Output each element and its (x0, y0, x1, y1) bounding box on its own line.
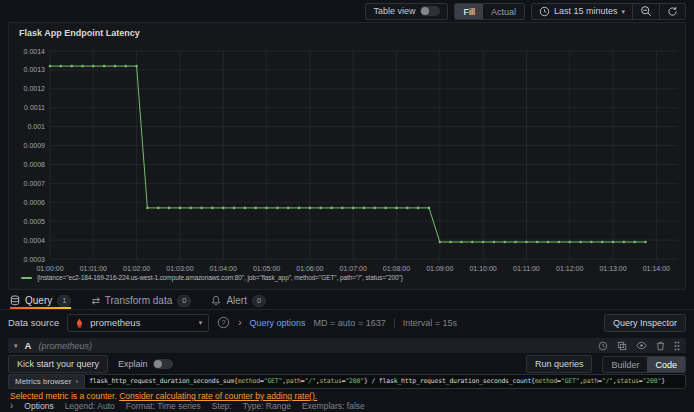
datasource-select[interactable]: prometheus ▾ (67, 314, 209, 332)
panel-title: Flask App Endpoint Latency (19, 28, 140, 38)
actual-button[interactable]: Actual (483, 4, 524, 19)
duplicate-query-icon[interactable] (617, 341, 627, 351)
chevron-right-icon: › (75, 378, 78, 386)
query-inspector-button[interactable]: Query Inspector (604, 314, 686, 332)
svg-text:0.0013: 0.0013 (24, 66, 46, 73)
tab-transform-data[interactable]: ⇄ Transform data 0 (91, 292, 191, 309)
svg-text:01:13:00: 01:13:00 (599, 265, 626, 272)
hide-response-eye-icon[interactable] (636, 341, 647, 350)
svg-text:0.0004: 0.0004 (24, 237, 46, 244)
tab-query-label: Query (25, 295, 52, 306)
warning-rate-hint-link[interactable]: Consider calculating rate of counter by … (119, 391, 317, 401)
tab-alert-label: Alert (226, 295, 247, 306)
query-row-actions (598, 341, 680, 351)
svg-text:01:03:00: 01:03:00 (166, 265, 193, 272)
query-expression-input[interactable]: flask_http_request_duration_seconds_sum{… (84, 374, 686, 389)
datasource-selected-value: prometheus (90, 317, 140, 328)
zoom-out-icon (640, 5, 652, 17)
svg-text:01:08:00: 01:08:00 (383, 265, 410, 272)
svg-text:01:05:00: 01:05:00 (253, 265, 280, 272)
table-view-toggle-group[interactable]: Table view (365, 3, 448, 20)
database-icon (10, 295, 20, 306)
transform-icon: ⇄ (91, 296, 99, 306)
svg-text:0.0005: 0.0005 (24, 218, 46, 225)
builder-code-group: Builder Code (602, 356, 686, 373)
svg-text:01:14:00: 01:14:00 (643, 265, 670, 272)
editor-tabs: Query 1 ⇄ Transform data 0 Alert 0 (0, 292, 694, 310)
datasource-label: Data source (8, 317, 59, 328)
table-view-label: Table view (373, 6, 415, 16)
metrics-browser-label: Metrics browser (15, 377, 71, 386)
svg-text:0.0014: 0.0014 (24, 48, 46, 55)
metrics-browser-button[interactable]: Metrics browser › (8, 374, 84, 389)
svg-text:0.0008: 0.0008 (24, 161, 46, 168)
option-step: Step: (212, 401, 232, 411)
chevron-right-icon: › (10, 401, 13, 411)
builder-mode-button[interactable]: Builder (603, 357, 647, 372)
refresh-button[interactable] (659, 4, 685, 19)
query-row-header[interactable]: ▾ A (prometheus) (8, 338, 686, 353)
query-options-section: › Query options MD = auto = 1637 Interva… (238, 318, 457, 328)
prometheus-flame-icon (74, 317, 85, 328)
query-options-toggle[interactable]: Query options (250, 318, 306, 328)
time-range-button[interactable]: Last 15 minutes ▾ (532, 4, 632, 19)
grafana-panel-editor: Table view Fill Actual Last 15 minutes ▾ (0, 0, 694, 412)
chevron-right-icon: › (238, 318, 241, 328)
datasource-help-button[interactable]: ? (217, 316, 230, 329)
options-toggle[interactable]: Options (24, 401, 53, 411)
svg-text:01:01:00: 01:01:00 (80, 265, 107, 272)
query-datasource-hint: (prometheus) (38, 341, 92, 351)
tab-transform-count: 0 (177, 295, 191, 307)
explain-switch[interactable] (153, 359, 173, 369)
svg-text:0.0007: 0.0007 (24, 180, 46, 187)
chevron-down-icon: ▾ (199, 319, 203, 326)
option-exemplars: Exemplars: false (302, 401, 365, 411)
query-expression: flask_http_request_duration_seconds_sum{… (89, 377, 665, 385)
datasource-bar: Data source prometheus ▾ ? › Query optio… (0, 311, 694, 334)
clock-icon (539, 6, 550, 17)
svg-text:0.001: 0.001 (27, 123, 45, 130)
query-options-row: › Options Legend: Auto Format: Time seri… (10, 401, 365, 411)
drag-handle-icon[interactable] (674, 341, 680, 351)
table-view-switch[interactable] (420, 6, 440, 16)
query-toolbar: Kick start your query Explain Run querie… (8, 356, 686, 372)
max-data-points-stat: MD = auto = 1637 (314, 318, 386, 328)
svg-text:01:04:00: 01:04:00 (210, 265, 237, 272)
svg-text:01:10:00: 01:10:00 (469, 265, 496, 272)
legend-item[interactable]: {instance="ec2-184-169-216-224.us-west-1… (21, 274, 403, 281)
svg-text:01:00:00: 01:00:00 (36, 265, 63, 272)
query-ref-id: A (25, 340, 32, 351)
svg-text:0.0003: 0.0003 (24, 256, 46, 263)
bell-icon (211, 295, 221, 306)
warning-text: Selected metric is a counter. (10, 391, 117, 401)
chevron-down-icon: ▾ (621, 8, 625, 15)
kick-start-query-button[interactable]: Kick start your query (8, 355, 108, 373)
tab-alert[interactable]: Alert 0 (211, 292, 266, 309)
collapse-chevron-icon[interactable]: ▾ (14, 342, 18, 349)
latency-chart[interactable]: 0.00140.00130.00120.00110.0010.00090.000… (10, 41, 686, 277)
time-picker-group: Last 15 minutes ▾ (531, 3, 686, 20)
latency-panel: Flask App Endpoint Latency 0.00140.00130… (8, 22, 686, 290)
query-history-icon[interactable] (598, 341, 608, 351)
option-format: Format: Time series (126, 401, 201, 411)
svg-text:01:06:00: 01:06:00 (296, 265, 323, 272)
svg-text:0.0009: 0.0009 (24, 142, 46, 149)
run-queries-button[interactable]: Run queries (526, 355, 593, 373)
fill-button[interactable]: Fill (455, 4, 483, 19)
svg-text:01:09:00: 01:09:00 (426, 265, 453, 272)
legend-label: {instance="ec2-184-169-216-224.us-west-1… (37, 274, 403, 281)
svg-text:?: ? (222, 318, 226, 327)
option-legend: Legend: Auto (65, 401, 115, 411)
query-input-row: Metrics browser › flask_http_request_dur… (8, 374, 686, 389)
zoom-out-button[interactable] (632, 4, 659, 19)
remove-query-trash-icon[interactable] (656, 341, 665, 351)
svg-text:01:12:00: 01:12:00 (556, 265, 583, 272)
svg-text:01:11:00: 01:11:00 (513, 265, 540, 272)
svg-text:01:07:00: 01:07:00 (340, 265, 367, 272)
tab-query[interactable]: Query 1 (10, 292, 71, 309)
svg-text:0.0006: 0.0006 (24, 199, 46, 206)
code-mode-button[interactable]: Code (647, 357, 685, 372)
time-range-label: Last 15 minutes (554, 6, 618, 16)
fill-actual-group: Fill Actual (454, 3, 525, 20)
svg-text:0.0011: 0.0011 (24, 104, 45, 111)
